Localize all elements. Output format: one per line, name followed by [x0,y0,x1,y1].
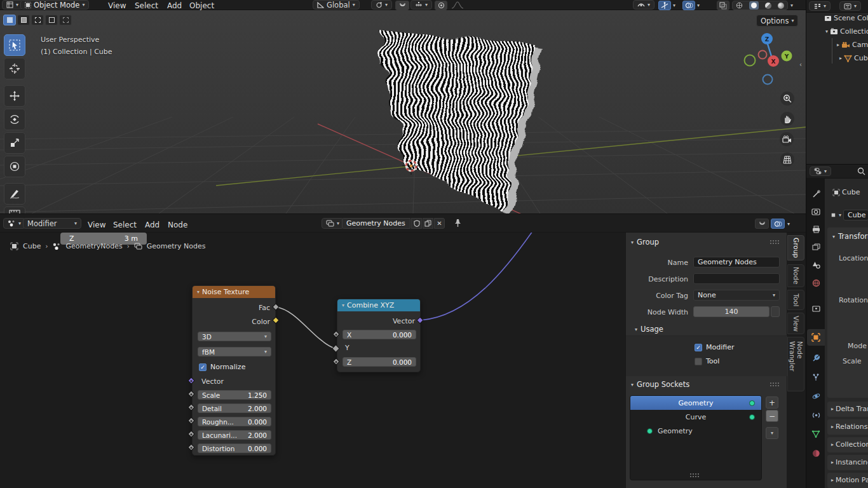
tool-measure-button[interactable] [4,207,25,214]
breadcrumb-tree[interactable]: Geometry Nodes [147,242,206,250]
select-mode-extend-button[interactable] [17,15,30,25]
noise-distortion-slider[interactable]: Distortion0.000 [198,444,271,453]
socket-list-item-curve[interactable]: Curve [630,410,761,424]
collections-header[interactable]: ▸Collections [831,440,868,449]
tab-output[interactable] [807,221,825,238]
object-name-field[interactable]: Cube [843,210,868,220]
node-menu-add[interactable]: Add [141,219,163,231]
node-menu-select[interactable]: Select [109,219,140,231]
tab-object[interactable] [807,329,825,346]
node-noise-header[interactable]: ▾ Noise Texture [193,286,275,298]
search-icon[interactable] [857,167,865,175]
proportional-editing-button[interactable] [435,1,447,10]
xray-toggle-button[interactable] [717,1,729,10]
sidebar-tab-node-wrangler[interactable]: Node Wrangler [787,337,804,391]
chevron-down-icon[interactable]: ▾ [697,3,700,8]
pan-button[interactable] [780,112,794,126]
node-menu-view[interactable]: View [84,219,109,231]
shading-rendered-button[interactable] [778,3,784,9]
instancing-header[interactable]: ▸Instancing [831,458,868,466]
node-tree-browse-button[interactable]: ▾ [322,218,344,229]
node-combine-header[interactable]: ▾ Combine XYZ [337,299,420,311]
socket-list-item-geometry-out[interactable]: Geometry [630,396,761,410]
node-menu-node[interactable]: Node [164,219,191,231]
tab-modifiers[interactable] [807,349,825,366]
pivot-point-dropdown[interactable]: ▾ [371,0,392,10]
socket-add-button[interactable]: + [766,396,778,409]
chevron-down-icon[interactable]: ▾ [673,3,675,8]
breadcrumb-modifier[interactable]: GeometryNodes [65,242,122,250]
transform-orientation-dropdown[interactable]: Global ▾ [313,0,360,10]
noise-detail-slider[interactable]: Detail2.000 [198,403,271,413]
snap-toggle-button[interactable] [395,1,409,10]
transform-panel-header[interactable]: ▾Transform [832,232,868,241]
options-dropdown[interactable]: Options ▾ [756,15,798,27]
node-editor-type-button[interactable]: ▾ [3,218,25,229]
node-overlays-button[interactable] [771,219,785,229]
sidebar-collapse-arrow[interactable]: ‹ [799,61,802,68]
node-tree-name-field[interactable]: Geometry Nodes [342,218,410,229]
usage-tool-checkbox[interactable] [695,358,702,365]
shading-wireframe-button[interactable] [736,2,743,9]
properties-editor-type-button[interactable]: ▾ [810,166,831,176]
collapse-chevron-icon[interactable]: ▾ [197,289,200,295]
sidebar-tab-view[interactable]: View [787,313,804,334]
list-resize-grip[interactable] [689,473,700,477]
tool-cursor-button[interactable] [4,58,25,79]
outliner-filter-button[interactable]: ▾ [839,1,861,11]
socket-menu-button[interactable]: ▾ [766,427,778,439]
chevron-down-icon[interactable]: ▾ [787,221,790,227]
camera-view-button[interactable] [780,132,794,146]
outliner-item-scene-collection[interactable]: Scene Collection [824,14,868,22]
node-width-animate-button[interactable] [771,306,780,317]
gizmo-neg-y-ball[interactable] [759,51,767,59]
select-mode-subtract-button[interactable] [31,15,44,25]
tab-view-layer[interactable] [807,239,825,255]
tool-scale-button[interactable] [4,132,25,154]
panel-drag-grip[interactable] [770,240,780,244]
zoom-button[interactable] [780,92,794,105]
tool-annotate-button[interactable] [4,183,25,205]
tab-collection[interactable] [807,300,825,316]
group-panel-header[interactable]: ▾Group [631,238,659,247]
snap-settings-dropdown[interactable]: ▾ [410,0,432,10]
combine-x-slider[interactable]: X0.000 [342,330,416,339]
select-mode-new-button[interactable] [3,15,16,25]
sidebar-tab-tool[interactable]: Tool [787,290,804,310]
group-name-field[interactable]: Geometry Nodes [693,257,780,268]
noise-roughness-slider[interactable]: Roughn...0.000 [198,417,271,426]
tab-scene[interactable] [807,257,825,273]
viewport-3d[interactable]: User Perspective (1) Collection | Cube O… [0,10,806,214]
socket-remove-button[interactable]: − [766,410,778,422]
fake-user-button[interactable] [411,218,422,229]
node-snap-toggle-button[interactable] [755,219,769,229]
gizmo-neg-z-ball[interactable] [763,75,773,85]
new-copy-button[interactable] [423,218,433,229]
panel-drag-grip[interactable] [770,382,780,386]
normalize-checkbox[interactable]: ✓ [199,363,207,371]
tool-select-box-button[interactable] [4,34,25,56]
tab-world[interactable] [807,274,825,291]
usage-panel-header[interactable]: ▾Usage [635,325,663,334]
node-combine-xyz[interactable]: ▾ Combine XYZ Vector X0.000 Y Z0.000 [337,299,421,372]
pin-icon[interactable] [454,219,462,227]
select-mode-invert-button[interactable] [45,15,58,25]
collapse-chevron-icon[interactable]: ▾ [342,302,344,308]
toggle-ortho-button[interactable] [780,152,794,166]
tab-particles[interactable] [807,369,825,385]
color-tag-dropdown[interactable]: None▾ [693,290,780,301]
group-description-field[interactable] [693,273,780,284]
shading-solid-button[interactable] [749,1,759,10]
tab-object-data[interactable] [807,426,825,442]
socket-list-item-geometry-in[interactable]: Geometry [630,424,761,438]
select-mode-intersect-button[interactable] [59,15,72,25]
navigation-gizmo[interactable]: Z X Y [737,30,801,89]
sidebar-tab-group[interactable]: Group [787,235,804,261]
tab-physics[interactable] [807,388,825,404]
node-noise-texture[interactable]: ▾ Noise Texture Fac Color 3D▾ fBM▾ ✓ Nor… [192,285,276,456]
relations-header[interactable]: ▸Relations [831,423,868,431]
combine-z-slider[interactable]: Z0.000 [342,357,416,367]
shading-material-button[interactable] [765,3,771,9]
gizmos-toggle-button[interactable] [658,1,671,10]
outliner-item-camera[interactable]: ▸ Camera [837,41,868,49]
